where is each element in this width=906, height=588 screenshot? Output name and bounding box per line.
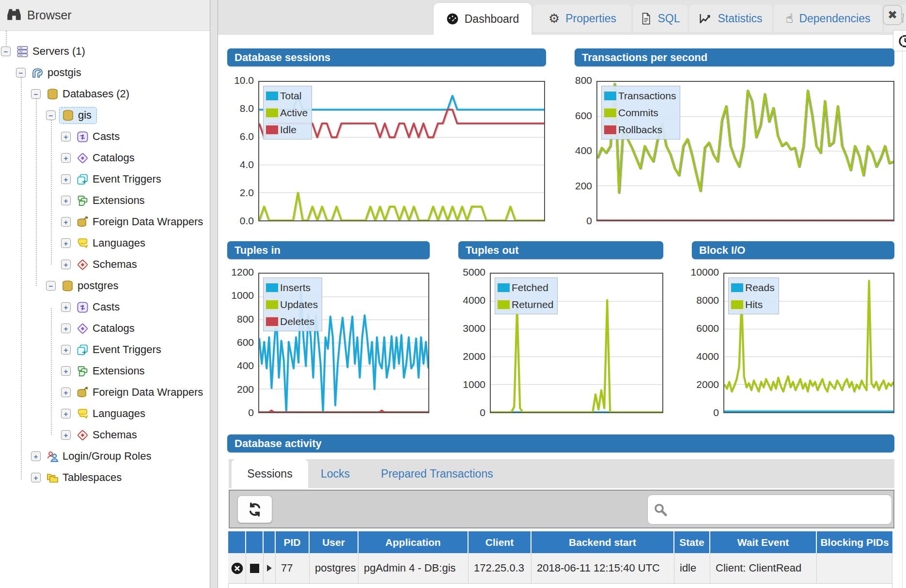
tree-item-schemas[interactable]: +Schemas	[61, 424, 137, 446]
column-header-control	[246, 531, 264, 553]
panel-title: Database sessions	[234, 51, 330, 64]
panel-header-database-sessions: Database sessions	[227, 48, 546, 66]
tree-item-label: Servers (1)	[32, 45, 85, 58]
legend-entry: Transactions	[603, 87, 676, 104]
y-axis-tick: 10000	[688, 266, 719, 279]
expand-icon[interactable]: +	[61, 260, 71, 269]
expand-icon[interactable]: +	[61, 302, 71, 312]
tab-dashboard[interactable]: Dashboard	[434, 3, 531, 35]
expand-icon[interactable]: +	[31, 473, 41, 482]
y-axis-tick: 2000	[454, 351, 485, 363]
tab-properties[interactable]: ⚙Properties	[533, 5, 631, 32]
tree-item-label: Catalogs	[93, 152, 135, 164]
expand-icon[interactable]: +	[61, 430, 71, 440]
browser-panel-header: Browser	[0, 0, 210, 31]
tree-item-foreign-data-wrappers[interactable]: +Foreign Data Wrappers	[61, 382, 203, 403]
expand-icon[interactable]: +	[61, 153, 71, 163]
cell-user: postgres	[310, 553, 359, 584]
tree-item-extensions[interactable]: +Extensions	[61, 190, 145, 211]
expand-row-icon[interactable]	[264, 553, 276, 584]
collapse-icon[interactable]: −	[31, 89, 41, 99]
refresh-button[interactable]	[237, 495, 272, 523]
legend-swatch-icon	[603, 124, 618, 136]
tree-item-schemas[interactable]: +Schemas	[61, 254, 137, 275]
expand-icon[interactable]: +	[61, 196, 71, 205]
legend-entry: Hits	[730, 296, 775, 313]
tree-item-languages[interactable]: +Languages	[61, 232, 145, 254]
database-icon	[61, 279, 74, 293]
tree-item-foreign-data-wrappers[interactable]: +Foreign Data Wrappers	[61, 211, 203, 232]
expand-icon[interactable]: +	[61, 238, 71, 248]
collapse-icon[interactable]: −	[46, 281, 56, 291]
browser-panel-title: Browser	[27, 8, 72, 22]
tab-dependencies[interactable]: ☝Dependencies	[774, 5, 882, 32]
panel-title: Database activity	[234, 437, 322, 450]
tree-item-postgis[interactable]: −postgis	[16, 62, 81, 83]
database-sessions-chart: 0.02.04.06.08.010.0TotalActiveIdle	[223, 81, 545, 221]
search-input[interactable]	[647, 495, 892, 525]
tree-item-event-triggers[interactable]: +Event Triggers	[61, 339, 161, 360]
clock-icon[interactable]	[893, 30, 906, 51]
close-panel-button[interactable]: ✖	[883, 5, 902, 25]
y-axis-tick: 0	[454, 407, 485, 419]
expand-icon[interactable]: +	[61, 345, 71, 355]
legend-swatch-icon	[265, 316, 280, 327]
panel-splitter[interactable]	[210, 0, 218, 588]
tree-item-extensions[interactable]: +Extensions	[61, 360, 145, 382]
tree-guide-line	[21, 77, 22, 480]
expand-icon[interactable]: +	[61, 132, 71, 141]
tree-item-login-group-roles[interactable]: +Login/Group Roles	[31, 446, 151, 467]
tree-item-event-triggers[interactable]: +Event Triggers	[61, 169, 161, 190]
legend-entry: Idle	[265, 121, 308, 138]
tree-item-label: Schemas	[93, 258, 137, 271]
legend-label: Commits	[618, 107, 658, 119]
cell-state: idle	[674, 553, 710, 584]
cancel-query-icon[interactable]	[228, 553, 246, 584]
activity-tab-locks[interactable]: Locks	[306, 459, 364, 488]
roles-icon	[46, 450, 59, 463]
legend-label: Fetched	[512, 282, 548, 294]
legend-swatch-icon	[265, 107, 280, 119]
collapse-icon[interactable]: −	[1, 46, 11, 56]
y-axis-tick: 200	[223, 384, 254, 396]
hand-up-icon: ☝	[786, 12, 794, 25]
expand-icon[interactable]: +	[61, 174, 71, 184]
y-axis-tick: 6.0	[223, 131, 254, 143]
legend-swatch-icon	[603, 107, 618, 119]
expand-icon[interactable]: +	[61, 366, 71, 376]
tab-statistics[interactable]: Statistics	[689, 5, 772, 32]
collapse-icon[interactable]: −	[16, 68, 26, 77]
terminate-session-icon[interactable]	[246, 553, 264, 584]
y-axis-tick: 8000	[688, 294, 719, 307]
tab-sql[interactable]: SQL	[633, 5, 687, 32]
tree-item-databases-2[interactable]: −Databases (2)	[31, 83, 129, 105]
tree-item-catalogs[interactable]: +Catalogs	[61, 318, 135, 339]
cell-application: pgAdmin 4 - DB:gis	[359, 553, 469, 584]
activity-tab-sessions[interactable]: Sessions	[232, 459, 308, 488]
tree-item-gis[interactable]: −gis	[46, 105, 97, 126]
tree-item-casts[interactable]: +Casts	[61, 296, 120, 318]
expand-icon[interactable]: +	[61, 387, 71, 397]
tree-item-casts[interactable]: +Casts	[61, 126, 120, 147]
tree-item-servers-1[interactable]: −Servers (1)	[1, 41, 85, 62]
y-axis-tick: 8.0	[223, 103, 254, 115]
tree-item-tablespaces[interactable]: +Tablespaces	[31, 467, 122, 488]
legend-entry: Commits	[603, 104, 676, 121]
cell-pid: 77	[276, 553, 310, 584]
tree-item-label: Casts	[93, 301, 120, 313]
database-icon	[62, 109, 75, 122]
tree-item-label: Foreign Data Wrappers	[93, 386, 203, 399]
tree-item-label: Catalogs	[93, 322, 135, 335]
legend-label: Updates	[280, 299, 318, 310]
activity-tab-prepared-transactions[interactable]: Prepared Transactions	[369, 459, 505, 488]
collapse-icon[interactable]: −	[46, 110, 56, 120]
chart-legend: TotalActiveIdle	[263, 86, 312, 139]
tree-item-postgres[interactable]: −postgres	[46, 275, 118, 296]
tree-item-languages[interactable]: +Languages	[61, 403, 145, 424]
expand-icon[interactable]: +	[31, 451, 41, 461]
tree-item-catalogs[interactable]: +Catalogs	[61, 147, 135, 169]
file-icon	[640, 12, 652, 25]
expand-icon[interactable]: +	[61, 217, 71, 227]
expand-icon[interactable]: +	[61, 409, 71, 418]
expand-icon[interactable]: +	[61, 324, 71, 333]
